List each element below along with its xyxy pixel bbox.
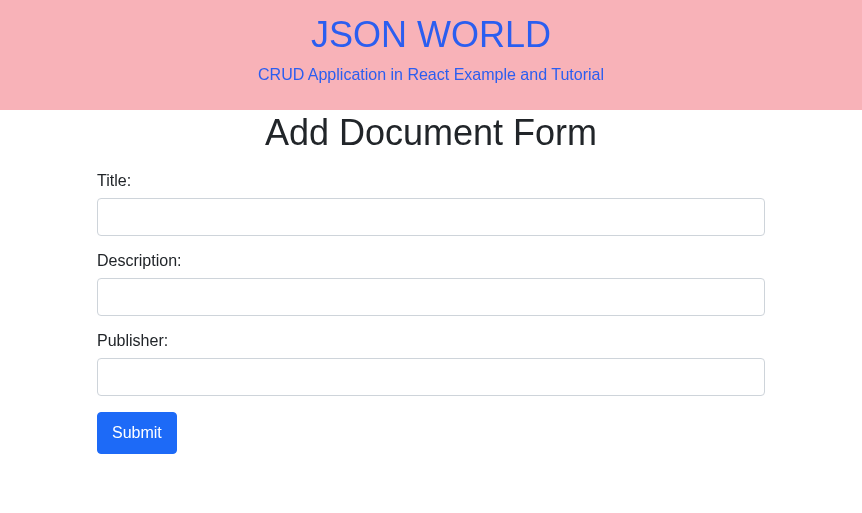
form-group-publisher: Publisher: (97, 332, 765, 396)
page-header: JSON WORLD CRUD Application in React Exa… (0, 0, 862, 110)
form-group-description: Description: (97, 252, 765, 316)
description-input[interactable] (97, 278, 765, 316)
publisher-label: Publisher: (97, 332, 765, 350)
title-input[interactable] (97, 198, 765, 236)
page-title: Add Document Form (97, 112, 765, 154)
submit-button[interactable]: Submit (97, 412, 177, 454)
header-title: JSON WORLD (0, 14, 862, 56)
title-label: Title: (97, 172, 765, 190)
form-group-title: Title: (97, 172, 765, 236)
publisher-input[interactable] (97, 358, 765, 396)
add-document-form: Title: Description: Publisher: Submit (97, 172, 765, 454)
header-subtitle: CRUD Application in React Example and Tu… (0, 66, 862, 84)
description-label: Description: (97, 252, 765, 270)
main-container: Add Document Form Title: Description: Pu… (91, 112, 771, 454)
